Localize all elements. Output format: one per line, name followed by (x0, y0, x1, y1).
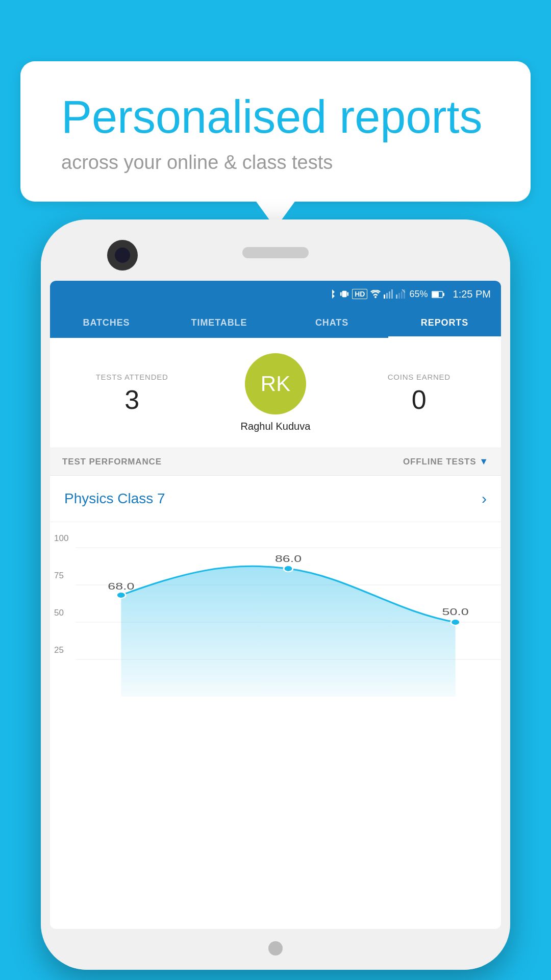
speech-bubble: Personalised reports across your online … (20, 61, 531, 202)
phone-device: HD 65% 1:25 PM BATCHES (41, 219, 510, 970)
svg-rect-13 (432, 292, 439, 297)
phone-home-button[interactable] (268, 941, 283, 955)
status-time: 1:25 PM (453, 288, 491, 300)
svg-rect-9 (401, 291, 403, 299)
bubble-subtitle: across your online & class tests (61, 152, 490, 174)
coins-earned-label: COINS EARNED (347, 373, 491, 381)
line-chart: 68.0 86.0 50.0 (76, 532, 501, 706)
chart-fill (121, 566, 455, 697)
coins-earned-block: COINS EARNED 0 (347, 373, 491, 413)
tab-reports[interactable]: REPORTS (388, 307, 501, 338)
tests-attended-label: TESTS ATTENDED (60, 373, 204, 381)
svg-rect-0 (342, 291, 347, 298)
y-label-100: 100 (54, 533, 68, 544)
tests-attended-block: TESTS ATTENDED 3 (60, 373, 204, 413)
chart-area: 100 75 50 25 (50, 522, 501, 708)
data-point-3 (451, 619, 460, 625)
svg-rect-5 (389, 291, 390, 299)
user-name: Raghul Kuduva (241, 421, 311, 432)
tab-timetable[interactable]: TIMETABLE (163, 307, 276, 338)
data-label-2: 86.0 (275, 553, 302, 564)
svg-rect-3 (384, 295, 385, 299)
coins-earned-value: 0 (347, 386, 491, 413)
y-label-50: 50 (54, 608, 64, 618)
class-name: Physics Class 7 (64, 491, 165, 507)
status-icons: HD (328, 289, 405, 299)
offline-tests-dropdown[interactable]: OFFLINE TESTS ▼ (403, 456, 489, 467)
data-label-3: 50.0 (442, 606, 469, 617)
svg-rect-7 (396, 295, 397, 299)
class-chevron-icon: › (482, 490, 487, 507)
phone-camera (107, 240, 138, 271)
phone-screen: HD 65% 1:25 PM BATCHES (50, 281, 501, 929)
y-label-75: 75 (54, 571, 64, 581)
tab-chats[interactable]: CHATS (276, 307, 388, 338)
phone-speaker (242, 247, 309, 258)
tab-batches[interactable]: BATCHES (50, 307, 163, 338)
data-label-1: 68.0 (108, 581, 134, 591)
y-label-25: 25 (54, 645, 64, 655)
svg-rect-8 (398, 293, 400, 299)
data-point-1 (116, 592, 126, 598)
performance-label: TEST PERFORMANCE (62, 457, 162, 467)
svg-rect-4 (386, 293, 388, 299)
status-bar: HD 65% 1:25 PM (50, 281, 501, 307)
class-row[interactable]: Physics Class 7 › (50, 476, 501, 522)
svg-rect-1 (340, 292, 342, 296)
battery-status: 65% (409, 289, 444, 300)
performance-header: TEST PERFORMANCE OFFLINE TESTS ▼ (50, 448, 501, 476)
avatar: RK (245, 353, 306, 414)
svg-rect-6 (391, 289, 393, 299)
svg-rect-2 (347, 292, 349, 296)
bubble-title: Personalised reports (61, 92, 490, 142)
svg-rect-14 (443, 293, 444, 296)
tests-attended-value: 3 (60, 386, 204, 413)
avatar-block: RK Raghul Kuduva (204, 353, 347, 432)
profile-section: TESTS ATTENDED 3 RK Raghul Kuduva COINS … (50, 338, 501, 448)
data-point-2 (284, 566, 293, 572)
chevron-down-icon: ▼ (479, 456, 489, 467)
nav-tabs: BATCHES TIMETABLE CHATS REPORTS (50, 307, 501, 338)
